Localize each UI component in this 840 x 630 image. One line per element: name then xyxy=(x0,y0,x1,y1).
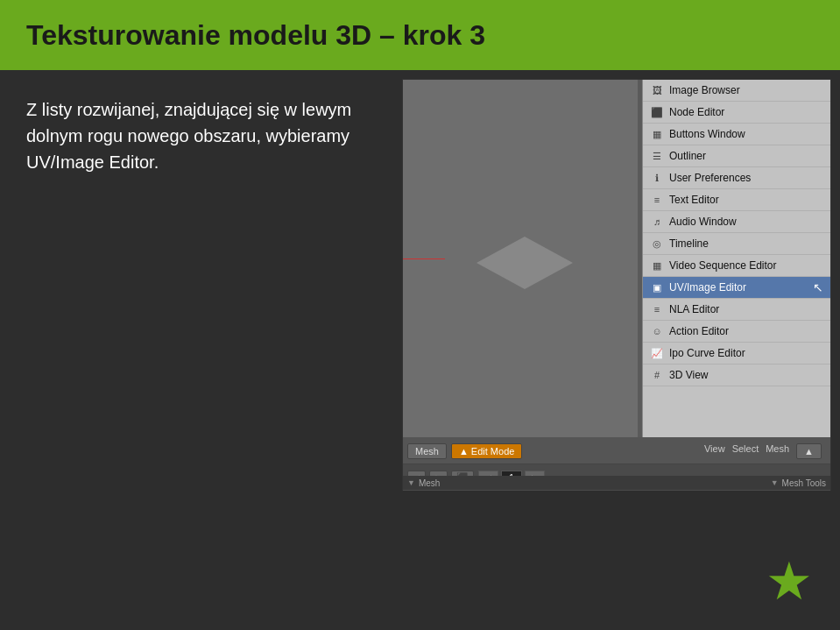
view-label[interactable]: View xyxy=(704,443,725,459)
star-decoration: ★ xyxy=(766,556,827,617)
dropdown-item-action-editor[interactable]: ☺ Action Editor xyxy=(643,321,830,343)
dropdown-item-image-browser[interactable]: 🖼 Image Browser xyxy=(643,80,830,102)
footer-mesh-arrow: ▼ xyxy=(407,478,415,487)
audio-window-icon: ♬ xyxy=(650,215,664,229)
dropdown-item-audio-window[interactable]: ♬ Audio Window xyxy=(643,211,830,233)
dropdown-item-node-editor[interactable]: ⬛ Node Editor xyxy=(643,102,830,124)
screenshot-area: 🖼 Image Browser ⬛ Node Editor ▦ Buttons … xyxy=(402,79,831,491)
edit-mode-icon: ▲ xyxy=(459,446,469,457)
dropdown-item-ipo-curve-editor[interactable]: 📈 Ipo Curve Editor xyxy=(643,343,830,365)
cursor-indicator: ↖ xyxy=(813,280,823,294)
footer-mesh: ▼ Mesh xyxy=(407,478,440,488)
bowtie-left xyxy=(476,237,525,289)
footer-mesh-tools-label: Mesh Tools xyxy=(782,478,826,488)
text-editor-label: Text Editor xyxy=(669,194,719,206)
dropdown-item-text-editor[interactable]: ≡ Text Editor xyxy=(643,189,830,211)
mesh-label[interactable]: Mesh xyxy=(766,443,789,459)
toolbar-row1: Mesh ▲ Edit Mode View Select Mesh ▲ xyxy=(403,438,830,464)
dropdown-item-timeline[interactable]: ◎ Timeline xyxy=(643,233,830,255)
footer-mesh-label: Mesh xyxy=(419,478,440,488)
footer-mesh-tools-arrow: ▼ xyxy=(771,478,779,487)
toolbar-extra-btn[interactable]: ▲ xyxy=(796,443,822,459)
3d-view-label: 3D View xyxy=(669,369,708,381)
timeline-icon: ◎ xyxy=(650,237,664,251)
audio-window-label: Audio Window xyxy=(669,216,737,228)
mesh-button[interactable]: Mesh xyxy=(407,443,447,459)
buttons-window-label: Buttons Window xyxy=(669,128,745,140)
viewport-bg xyxy=(403,80,638,437)
bowtie-right xyxy=(525,237,573,289)
viewport-red-line xyxy=(403,258,445,259)
ipo-curve-editor-label: Ipo Curve Editor xyxy=(669,347,745,359)
edit-mode-button[interactable]: ▲ Edit Mode xyxy=(451,443,522,459)
image-browser-icon: 🖼 xyxy=(650,83,664,97)
bottom-toolbar: Mesh ▲ Edit Mode View Select Mesh ▲ xyxy=(403,437,830,490)
text-area: Z listy rozwijanej, znajdującej się w le… xyxy=(0,70,394,630)
dropdown-item-user-preferences[interactable]: ℹ User Preferences xyxy=(643,167,830,189)
dropdown-item-uv-image-editor[interactable]: ▣ UV/Image Editor ↖ xyxy=(643,277,830,299)
header-bar: Teksturowanie modelu 3D – krok 3 xyxy=(0,0,840,70)
dropdown-item-nla-editor[interactable]: ≡ NLA Editor xyxy=(643,299,830,321)
nla-editor-icon: ≡ xyxy=(650,302,664,316)
video-sequence-editor-icon: ▦ xyxy=(650,258,664,273)
star-icon: ★ xyxy=(766,552,813,611)
dropdown-item-video-sequence-editor[interactable]: ▦ Video Sequence Editor xyxy=(643,255,830,277)
user-preferences-icon: ℹ xyxy=(650,171,664,185)
timeline-label: Timeline xyxy=(669,237,709,250)
main-content: Z listy rozwijanej, znajdującej się w le… xyxy=(0,70,840,630)
image-browser-label: Image Browser xyxy=(669,84,740,96)
user-preferences-label: User Preferences xyxy=(669,172,751,184)
blender-viewport: 🖼 Image Browser ⬛ Node Editor ▦ Buttons … xyxy=(402,79,831,491)
text-editor-icon: ≡ xyxy=(650,193,664,207)
select-label[interactable]: Select xyxy=(732,443,759,459)
page-title: Teksturowanie modelu 3D – krok 3 xyxy=(26,19,485,52)
outliner-icon: ☰ xyxy=(650,149,664,163)
video-sequence-editor-label: Video Sequence Editor xyxy=(669,259,777,272)
dropdown-panel: 🖼 Image Browser ⬛ Node Editor ▦ Buttons … xyxy=(642,80,830,437)
uv-image-editor-icon: ▣ xyxy=(650,280,664,294)
node-editor-icon: ⬛ xyxy=(650,105,664,119)
dropdown-item-outliner[interactable]: ☰ Outliner xyxy=(643,145,830,167)
outliner-label: Outliner xyxy=(669,150,706,162)
3d-view-icon: # xyxy=(650,368,664,382)
footer-strip: ▼ Mesh ▼ Mesh Tools xyxy=(403,476,830,490)
action-editor-icon: ☺ xyxy=(650,324,664,338)
buttons-window-icon: ▦ xyxy=(650,127,664,141)
dropdown-item-3d-view[interactable]: # 3D View xyxy=(643,365,830,386)
footer-mesh-tools: ▼ Mesh Tools xyxy=(771,478,826,488)
ipo-curve-editor-icon: 📈 xyxy=(650,346,664,360)
nla-editor-label: NLA Editor xyxy=(669,303,719,315)
uv-image-editor-label: UV/Image Editor xyxy=(669,281,746,294)
dropdown-item-buttons-window[interactable]: ▦ Buttons Window xyxy=(643,124,830,145)
action-editor-label: Action Editor xyxy=(669,325,729,337)
description-text: Z listy rozwijanej, znajdującej się w le… xyxy=(26,96,368,175)
node-editor-label: Node Editor xyxy=(669,106,724,118)
